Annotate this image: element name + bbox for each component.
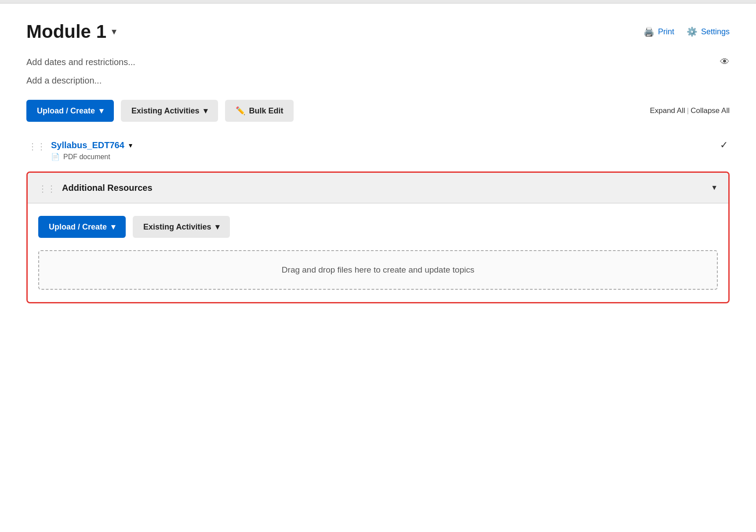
ar-toolbar: Upload / Create ▾ Existing Activities ▾ (38, 216, 718, 238)
syllabus-item-content: Syllabus_EDT764 ▾ ✓ 📄 PDF document (51, 139, 728, 161)
bulk-edit-button[interactable]: ✏️ Bulk Edit (225, 100, 294, 122)
additional-resources-inner: ⋮⋮ Additional Resources ▼ Upload / Creat… (28, 173, 728, 302)
bulk-edit-label: Bulk Edit (249, 106, 283, 116)
settings-button[interactable]: ⚙️ Settings (687, 26, 730, 37)
drop-zone[interactable]: Drag and drop files here to create and u… (38, 250, 718, 290)
description-row: Add a description... (26, 76, 730, 86)
settings-label: Settings (701, 27, 730, 36)
page-container: Module 1 ▾ 🖨️ Print ⚙️ Settings Add date… (0, 4, 756, 532)
ar-existing-activities-chevron-icon: ▾ (215, 222, 219, 232)
expand-collapse-group: Expand All | Collapse All (650, 106, 730, 115)
drag-handle-icon[interactable]: ⋮⋮ (28, 141, 46, 152)
expand-collapse-divider: | (687, 106, 689, 115)
visibility-icon[interactable]: 👁 (720, 56, 730, 68)
existing-activities-button[interactable]: Existing Activities ▾ (121, 100, 218, 122)
additional-resources-title: Additional Resources (62, 183, 153, 193)
print-button[interactable]: 🖨️ Print (643, 26, 674, 37)
header-actions: 🖨️ Print ⚙️ Settings (643, 26, 730, 37)
upload-create-chevron-icon: ▾ (99, 106, 103, 116)
dates-restrictions-text[interactable]: Add dates and restrictions... (26, 57, 135, 67)
syllabus-subtitle: 📄 PDF document (51, 153, 728, 161)
print-icon: 🖨️ (643, 26, 654, 37)
ar-existing-activities-button[interactable]: Existing Activities ▾ (133, 216, 230, 238)
top-bar (0, 0, 756, 4)
additional-resources-header: ⋮⋮ Additional Resources ▼ (28, 173, 728, 203)
pencil-icon: ✏️ (236, 106, 245, 116)
module-item-syllabus: ⋮⋮ Syllabus_EDT764 ▾ ✓ 📄 PDF document (26, 139, 730, 161)
ar-collapse-chevron-icon[interactable]: ▼ (711, 184, 718, 192)
ar-header-left: ⋮⋮ Additional Resources (38, 182, 153, 194)
drop-zone-text: Drag and drop files here to create and u… (282, 265, 474, 274)
module-title-chevron[interactable]: ▾ (112, 26, 116, 37)
additional-resources-body: Upload / Create ▾ Existing Activities ▾ … (28, 203, 728, 302)
syllabus-check-icon: ✓ (720, 139, 728, 151)
main-toolbar: Upload / Create ▾ Existing Activities ▾ … (26, 100, 730, 122)
ar-upload-create-label: Upload / Create (49, 222, 107, 232)
upload-create-button[interactable]: Upload / Create ▾ (26, 100, 114, 122)
header-row: Module 1 ▾ 🖨️ Print ⚙️ Settings (26, 21, 730, 42)
meta-row: Add dates and restrictions... 👁 Add a de… (26, 56, 730, 86)
collapse-all-button[interactable]: Collapse All (691, 106, 730, 115)
ar-upload-create-button[interactable]: Upload / Create ▾ (38, 216, 126, 238)
syllabus-title-chevron-icon[interactable]: ▾ (129, 141, 132, 149)
upload-create-label: Upload / Create (37, 106, 95, 116)
ar-existing-activities-label: Existing Activities (143, 222, 211, 232)
additional-resources-outer: ⋮⋮ Additional Resources ▼ Upload / Creat… (26, 171, 730, 303)
pdf-icon: 📄 (51, 153, 60, 161)
description-text[interactable]: Add a description... (26, 76, 102, 86)
print-label: Print (658, 27, 674, 36)
expand-all-button[interactable]: Expand All (650, 106, 685, 115)
gear-icon: ⚙️ (687, 26, 698, 37)
syllabus-subtitle-text: PDF document (63, 153, 110, 161)
ar-drag-handle-icon[interactable]: ⋮⋮ (38, 183, 56, 194)
dates-restrictions-row: Add dates and restrictions... 👁 (26, 56, 730, 68)
existing-activities-label: Existing Activities (131, 106, 199, 116)
module-title: Module 1 (26, 21, 106, 42)
module-title-group: Module 1 ▾ (26, 21, 116, 42)
ar-upload-create-chevron-icon: ▾ (111, 222, 115, 232)
syllabus-link[interactable]: Syllabus_EDT764 (51, 140, 124, 150)
syllabus-title-row: Syllabus_EDT764 ▾ ✓ (51, 139, 728, 151)
existing-activities-chevron-icon: ▾ (204, 106, 207, 116)
